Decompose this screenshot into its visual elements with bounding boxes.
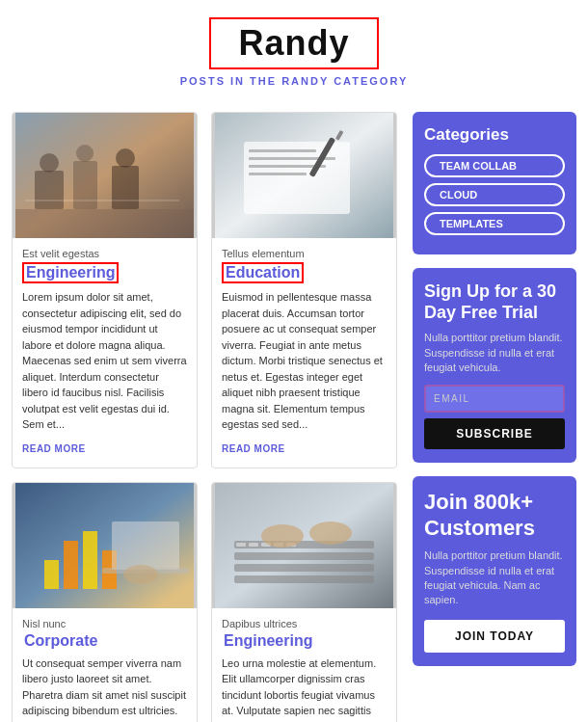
post-title-2: Education (222, 262, 304, 283)
post-card-4: Dapibus ultrices Engineering Leo urna mo… (211, 482, 397, 723)
page-subtitle: POSTS IN THE RANDY CATEGORY (0, 75, 588, 87)
post-body-3: Nisl nunc Corporate Ut consequat semper … (13, 608, 197, 723)
svg-rect-11 (249, 149, 316, 152)
post-title-4: Engineering (222, 632, 314, 650)
category-templates[interactable]: TEMPLATES (424, 212, 565, 235)
svg-rect-30 (236, 543, 246, 547)
post-card-3: Nisl nunc Corporate Ut consequat semper … (12, 482, 198, 723)
svg-rect-20 (83, 531, 97, 589)
post-subtitle-2: Tellus elementum (222, 248, 387, 259)
svg-rect-14 (249, 173, 307, 175)
post-image-1 (13, 113, 197, 238)
post-text-4: Leo urna molestie at elementum. Elit ull… (222, 655, 387, 723)
join-button[interactable]: JOIN TODAY (424, 620, 565, 653)
post-card-2: Tellus elementum Education Euismod in pe… (211, 112, 397, 468)
category-cloud[interactable]: CLOUD (424, 183, 565, 206)
post-image-2 (212, 113, 396, 238)
svg-rect-29 (234, 575, 374, 583)
svg-rect-19 (64, 541, 78, 589)
sidebar: Categories TEAM COLLAB CLOUD TEMPLATES S… (413, 112, 576, 722)
email-input[interactable] (424, 385, 565, 413)
post-grid: Est velit egestas Engineering Lorem ipsu… (12, 112, 397, 722)
category-team-collab[interactable]: TEAM COLLAB (424, 154, 565, 177)
svg-rect-3 (73, 161, 97, 209)
svg-point-36 (309, 521, 352, 545)
svg-rect-18 (44, 560, 59, 589)
svg-rect-5 (112, 166, 139, 209)
post-subtitle-4: Dapibus ultrices (222, 618, 387, 629)
subscribe-button[interactable]: SUBSCRIBE (424, 418, 565, 449)
post-image-3 (13, 483, 197, 608)
post-body-2: Tellus elementum Education Euismod in pe… (212, 238, 396, 468)
svg-rect-10 (244, 142, 350, 214)
post-text-1: Lorem ipsum dolor sit amet, consectetur … (22, 289, 187, 433)
categories-heading: Categories (424, 125, 565, 145)
post-image-4 (212, 483, 396, 608)
svg-point-24 (123, 565, 158, 584)
sidebar-join: Join 800k+ Customers Nulla porttitor pre… (413, 476, 576, 665)
page-title: Randy (209, 17, 378, 69)
svg-point-35 (261, 524, 304, 548)
svg-rect-31 (249, 543, 258, 547)
read-more-1[interactable]: READ MORE (22, 443, 86, 454)
trial-heading: Sign Up for a 30 Day Free Trial (424, 281, 565, 323)
svg-rect-28 (234, 564, 374, 572)
main-layout: Est velit egestas Engineering Lorem ipsu… (0, 94, 588, 722)
sidebar-trial: Sign Up for a 30 Day Free Trial Nulla po… (413, 268, 576, 463)
post-title-3: Corporate (22, 632, 99, 650)
post-subtitle-3: Nisl nunc (22, 618, 187, 629)
post-text-3: Ut consequat semper viverra nam libero j… (22, 655, 187, 723)
trial-text: Nulla porttitor pretium blandit. Suspend… (424, 331, 565, 375)
svg-rect-7 (25, 200, 179, 201)
post-subtitle-1: Est velit egestas (22, 248, 187, 259)
svg-point-2 (40, 153, 59, 173)
post-card-1: Est velit egestas Engineering Lorem ipsu… (12, 112, 198, 468)
join-text: Nulla porttitor pretium blandit. Suspend… (424, 548, 565, 608)
post-title-1: Engineering (22, 262, 119, 283)
svg-rect-1 (35, 171, 64, 209)
svg-rect-27 (234, 552, 374, 560)
svg-rect-8 (15, 209, 194, 238)
post-text-2: Euismod in pellentesque massa placerat d… (222, 289, 387, 433)
page-header: Randy POSTS IN THE RANDY CATEGORY (0, 0, 588, 94)
read-more-2[interactable]: READ MORE (222, 443, 285, 454)
category-list: TEAM COLLAB CLOUD TEMPLATES (424, 154, 565, 241)
post-body-4: Dapibus ultrices Engineering Leo urna mo… (212, 608, 396, 723)
svg-point-4 (76, 145, 94, 162)
svg-point-6 (116, 148, 135, 168)
post-body-1: Est velit egestas Engineering Lorem ipsu… (13, 238, 197, 468)
svg-rect-22 (112, 521, 179, 570)
join-heading: Join 800k+ Customers (424, 490, 565, 541)
sidebar-categories: Categories TEAM COLLAB CLOUD TEMPLATES (413, 112, 576, 254)
